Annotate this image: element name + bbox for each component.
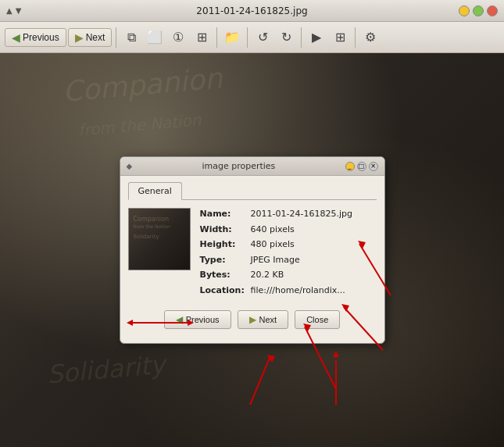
dialog-close-btn[interactable]: Close — [295, 310, 340, 329]
view-grid-button[interactable]: ⊞ — [329, 27, 351, 48]
image-properties-dialog: ◆ image properties _ □ × General — [120, 156, 385, 344]
prop-width-row: Width: 640 pixels — [200, 224, 377, 237]
dialog-tabs: General — [128, 182, 377, 200]
window-controls — [459, 5, 498, 16]
bytes-value: 20.2 KB — [251, 269, 284, 282]
dialog-overlay: ◆ image properties _ □ × General — [0, 53, 504, 447]
dialog-previous-label: Previous — [186, 315, 220, 324]
dialog-previous-button[interactable]: ◀ Previous — [164, 310, 231, 329]
toolbar-separator-1 — [116, 27, 116, 48]
dialog-close-label: Close — [306, 315, 328, 324]
dialog-next-label: Next — [259, 315, 277, 324]
location-label: Location: — [200, 284, 251, 298]
rotate-left-button[interactable]: ↺ — [252, 27, 273, 48]
dialog-titlebar: ◆ image properties _ □ × — [120, 157, 384, 176]
fit-page-button[interactable]: ⬜ — [144, 27, 166, 48]
type-label: Type: — [200, 254, 251, 267]
prop-bytes-row: Bytes: 20.2 KB — [200, 269, 377, 282]
minimize-button[interactable] — [459, 5, 470, 16]
toolbar-separator-3 — [247, 27, 248, 48]
type-value: JPEG Image — [251, 254, 300, 267]
prop-location-row: Location: file:///home/rolandix... — [200, 284, 377, 298]
dialog-title: image properties — [132, 161, 345, 171]
dialog-prev-arrow-icon: ◀ — [176, 314, 183, 325]
dialog-next-arrow-icon: ▶ — [249, 314, 256, 325]
prop-type-row: Type: JPEG Image — [200, 254, 377, 267]
dialog-title-icon-area: ◆ — [127, 162, 133, 170]
title-bar-left: ▲ ▼ — [6, 6, 21, 15]
width-value: 640 pixels — [251, 224, 295, 237]
properties-table: Name: 2011-01-24-161825.jpg Width: 640 p… — [200, 208, 377, 299]
dialog-window-buttons: _ □ × — [345, 162, 378, 171]
width-label: Width: — [200, 224, 251, 237]
grid-button[interactable]: ⊞ — [191, 27, 213, 48]
title-bar: ▲ ▼ 2011-01-24-161825.jpg — [0, 0, 504, 22]
prop-name-row: Name: 2011-01-24-161825.jpg — [200, 208, 377, 221]
maximize-button[interactable] — [473, 5, 484, 16]
toolbar: ◀ Previous ▶ Next ⧉ ⬜ ① ⊞ 📁 ↺ ↻ ▶ ⊞ ⚙ — [0, 22, 504, 53]
slideshow-button[interactable]: ▶ — [306, 27, 327, 48]
title-arrow-up[interactable]: ▲ — [6, 6, 13, 15]
height-value: 480 pixels — [251, 238, 295, 252]
close-button[interactable] — [487, 5, 498, 16]
dialog-close-button[interactable]: × — [369, 162, 378, 171]
dialog-action-buttons: ◀ Previous ▶ Next Close — [128, 310, 377, 329]
bytes-label: Bytes: — [200, 269, 251, 282]
previous-button[interactable]: ◀ Previous — [5, 28, 66, 47]
dialog-maximize-button[interactable]: □ — [357, 162, 366, 171]
title-arrow-down[interactable]: ▼ — [16, 6, 22, 15]
rotate-right-button[interactable]: ↻ — [275, 27, 297, 48]
toolbar-separator-4 — [301, 27, 302, 48]
image-area: Companion from the Nation Solidarity ◆ i… — [0, 53, 504, 447]
window-title: 2011-01-24-161825.jpg — [0, 5, 504, 16]
previous-label: Previous — [23, 32, 59, 43]
name-label: Name: — [200, 208, 251, 221]
dialog-minimize-button[interactable]: _ — [345, 162, 355, 171]
toolbar-separator-2 — [216, 27, 217, 48]
height-label: Height: — [200, 238, 251, 252]
properties-content: Companion from the Nation Solidarity Nam… — [128, 208, 377, 299]
zoom-1-button[interactable]: ① — [167, 27, 189, 48]
dialog-title-icon: ◆ — [127, 162, 133, 170]
image-thumbnail: Companion from the Nation Solidarity — [128, 208, 191, 270]
thumb-inner: Companion from the Nation Solidarity — [129, 209, 190, 270]
name-value: 2011-01-24-161825.jpg — [251, 208, 352, 221]
location-value: file:///home/rolandix... — [251, 284, 345, 298]
previous-arrow-icon: ◀ — [12, 31, 20, 44]
tab-general[interactable]: General — [128, 182, 182, 200]
dialog-next-button[interactable]: ▶ Next — [238, 310, 289, 329]
settings-button[interactable]: ⚙ — [359, 27, 381, 48]
dialog-body: General Companion from the Nation Solida… — [120, 176, 384, 338]
copy-button[interactable]: ⧉ — [120, 27, 142, 48]
thumb-overlay-text: Companion from the Nation Solidarity — [134, 215, 170, 241]
prop-height-row: Height: 480 pixels — [200, 238, 377, 252]
next-arrow-icon: ▶ — [75, 31, 84, 44]
next-label: Next — [86, 32, 105, 43]
open-folder-button[interactable]: 📁 — [221, 27, 243, 48]
next-button[interactable]: ▶ Next — [68, 28, 113, 47]
toolbar-separator-5 — [355, 27, 356, 48]
